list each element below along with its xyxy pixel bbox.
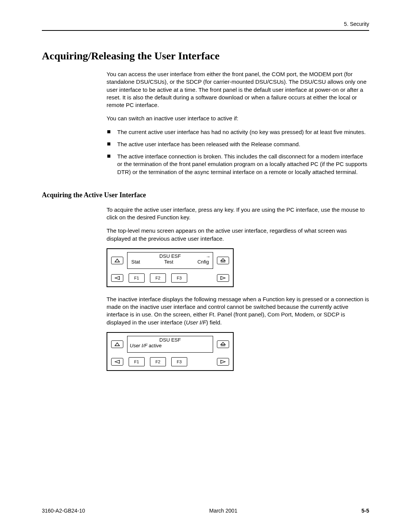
lcd-status-line: User I/F active <box>127 343 213 349</box>
f1-key: F1 <box>129 273 145 283</box>
lcd-menu-item: Stat <box>131 259 140 265</box>
header-section-label: 5. Security <box>42 21 369 31</box>
eject-key-icon <box>217 257 229 264</box>
f2-key: F2 <box>150 357 166 366</box>
up-key-icon <box>111 340 123 348</box>
doc-number: 3160-A2-GB24-10 <box>42 508 85 514</box>
f1-key: F1 <box>129 357 145 366</box>
f3-key: F3 <box>171 273 187 283</box>
text-run: The inactive interface displays the foll… <box>107 296 369 326</box>
svg-marker-1 <box>221 259 225 261</box>
lcd-title: DSU ESF <box>127 336 213 343</box>
switch-conditions-list: The current active user interface has ha… <box>107 128 369 176</box>
acquire-paragraph-2: The top-level menu screen appears on the… <box>107 227 369 243</box>
eject-key-icon <box>217 340 229 348</box>
page-title: Acquiring/Releasing the User Interface <box>42 50 369 62</box>
doc-date: March 2001 <box>209 508 237 514</box>
acquiring-block: To acquire the active user interface, pr… <box>107 206 369 371</box>
lcd-screen: DSU ESF User I/F active <box>127 336 213 353</box>
acquire-paragraph-3: The inactive interface displays the foll… <box>107 296 369 326</box>
f2-key: F2 <box>150 273 166 283</box>
svg-marker-0 <box>115 259 119 262</box>
svg-marker-5 <box>115 343 119 346</box>
f3-key: F3 <box>171 357 187 366</box>
subheading-acquiring: Acquiring the Active User Interface <box>42 191 369 199</box>
user-if-italic: User I/F <box>186 319 206 326</box>
right-key-icon <box>217 274 229 282</box>
lcd-panel-figure-2: DSU ESF User I/F active F1 F2 F3 <box>107 332 234 371</box>
list-item: The current active user interface has ha… <box>107 128 369 136</box>
page-number: 5-5 <box>362 508 369 514</box>
left-key-icon <box>111 274 123 282</box>
left-key-icon <box>111 358 123 366</box>
acquire-paragraph-1: To acquire the active user interface, pr… <box>107 206 369 222</box>
scroll-right-arrow-icon: → <box>206 254 210 259</box>
svg-marker-8 <box>115 360 119 363</box>
list-item: The active interface connection is broke… <box>107 153 369 176</box>
text-run: ) field. <box>206 319 222 326</box>
svg-marker-4 <box>221 276 225 280</box>
right-key-icon <box>217 358 229 366</box>
lcd-menu-item: Test <box>164 259 173 265</box>
intro-block: You can access the user interface from e… <box>107 70 369 176</box>
lcd-title: DSU ESF <box>127 252 213 259</box>
lcd-status-text: active <box>147 343 162 348</box>
user-if-italic: User I/F <box>130 343 147 348</box>
up-key-icon <box>111 257 123 264</box>
page: 5. Security Acquiring/Releasing the User… <box>0 0 411 532</box>
lcd-screen: → DSU ESF Stat Test Cnfig <box>127 252 213 269</box>
svg-marker-6 <box>221 342 225 345</box>
lcd-panel-figure-1: → DSU ESF Stat Test Cnfig F1 <box>107 248 234 287</box>
list-item: The active user interface has been relea… <box>107 141 369 148</box>
intro-paragraph-2: You can switch an inactive user interfac… <box>107 115 369 122</box>
function-keys-row: F1 F2 F3 <box>127 357 213 366</box>
function-keys-row: F1 F2 F3 <box>127 273 213 283</box>
page-footer: 3160-A2-GB24-10 March 2001 5-5 <box>42 508 369 514</box>
lcd-menu-row: Stat Test Cnfig <box>127 259 213 265</box>
lcd-menu-item: Cnfig <box>198 259 209 265</box>
svg-marker-3 <box>115 276 119 280</box>
intro-paragraph-1: You can access the user interface from e… <box>107 70 369 109</box>
svg-marker-9 <box>221 360 225 363</box>
